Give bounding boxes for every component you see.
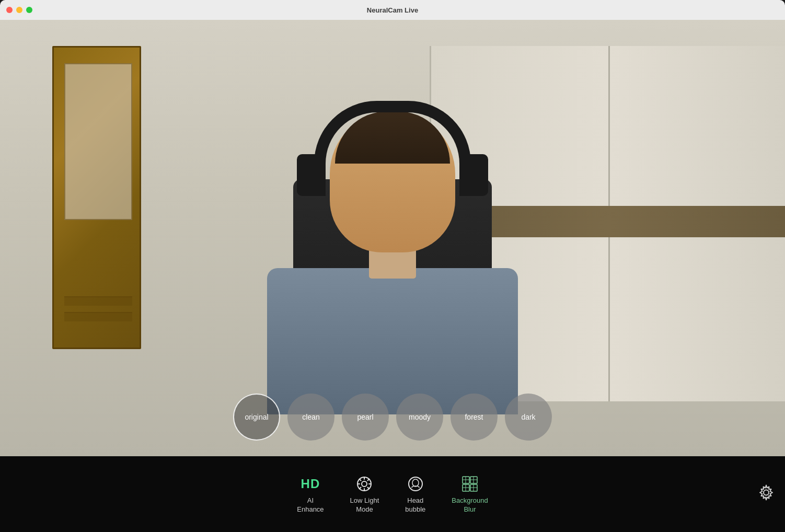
filter-pill-forest[interactable]: forest: [451, 394, 498, 441]
svg-line-9: [360, 487, 361, 489]
headphone-right-cup: [459, 154, 488, 196]
minimize-button[interactable]: [16, 7, 22, 13]
torso: [267, 268, 518, 414]
person: [241, 90, 544, 414]
low-light-mode-icon: [355, 475, 374, 493]
svg-point-1: [362, 481, 367, 487]
door-stripe-1: [64, 296, 132, 306]
head-bubble-button[interactable]: Head bubble: [405, 475, 425, 514]
background-blur-icon: [460, 475, 479, 493]
close-button[interactable]: [6, 7, 13, 13]
settings-button[interactable]: [758, 484, 775, 504]
filter-pills-container: original clean pearl moody forest dark: [233, 394, 552, 441]
door: [52, 46, 141, 349]
head: [330, 111, 455, 252]
head-bubble-label: Head bubble: [405, 496, 425, 514]
svg-line-6: [360, 479, 361, 480]
low-light-mode-label: Low Light Mode: [350, 496, 379, 514]
background-blur-label: Background Blur: [452, 496, 488, 514]
ai-enhance-button[interactable]: HD AI Enhance: [297, 475, 324, 514]
low-light-mode-button[interactable]: Low Light Mode: [350, 475, 379, 514]
camera-feed: original clean pearl moody forest dark: [0, 20, 785, 456]
svg-line-7: [368, 487, 370, 489]
filter-pill-pearl[interactable]: pearl: [342, 394, 389, 441]
headphones: [314, 101, 471, 179]
door-glass: [64, 63, 132, 220]
filter-pill-clean[interactable]: clean: [287, 394, 334, 441]
background-blur-button[interactable]: Background Blur: [452, 475, 488, 514]
titlebar: NeuralCam Live: [0, 0, 785, 20]
svg-point-11: [412, 479, 419, 487]
app-title: NeuralCam Live: [367, 6, 418, 14]
ai-enhance-label: AI Enhance: [297, 496, 324, 514]
head-bubble-icon: [406, 475, 425, 493]
bottom-toolbar: HD AI Enhance: [0, 456, 785, 532]
svg-point-24: [764, 490, 769, 495]
filter-pill-moody[interactable]: moody: [396, 394, 443, 441]
door-stripe-2: [64, 312, 132, 321]
filter-pill-original[interactable]: original: [233, 394, 280, 441]
headphone-left-cup: [297, 154, 326, 196]
window-controls: [6, 7, 32, 13]
maximize-button[interactable]: [26, 7, 32, 13]
toolbar-items: HD AI Enhance: [297, 475, 488, 514]
svg-line-8: [368, 479, 370, 480]
video-area: original clean pearl moody forest dark: [0, 20, 785, 456]
ai-enhance-icon: HD: [301, 475, 320, 493]
filter-pill-dark[interactable]: dark: [505, 394, 552, 441]
